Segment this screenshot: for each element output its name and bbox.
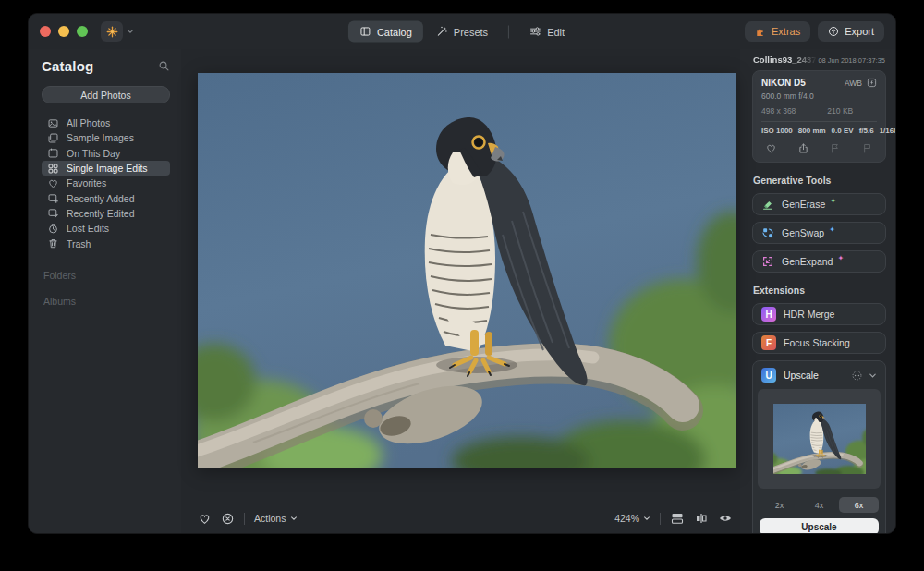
sidebar-section-folders[interactable]: Folders xyxy=(42,270,170,281)
collapse-chevron-icon[interactable] xyxy=(869,371,877,380)
sidebar-item-label: All Photos xyxy=(67,117,110,128)
compare-view-icon[interactable] xyxy=(694,511,709,526)
upscale-factor-segmented-control: 2x 4x 6x xyxy=(760,497,879,513)
canvas-toolbar: Actions 424% xyxy=(198,510,733,527)
upscale-6x-option[interactable]: 6x xyxy=(839,497,879,513)
focal-length-value: 800 mm xyxy=(798,127,826,135)
sidebar-item-recently-edited[interactable]: Recently Edited xyxy=(42,206,170,221)
toolbar-divider xyxy=(244,513,245,525)
falcon-thumbnail-image xyxy=(773,404,866,474)
falcon-photo[interactable] xyxy=(198,73,736,468)
reject-icon[interactable] xyxy=(221,512,235,526)
extras-button[interactable]: Extras xyxy=(745,21,810,42)
sidebar-item-label: Favorites xyxy=(67,177,106,188)
upscale-header[interactable]: U Upscale xyxy=(758,365,881,385)
eye-preview-icon[interactable] xyxy=(718,511,733,526)
sidebar-item-label: Sample Images xyxy=(67,132,134,143)
tab-catalog-label: Catalog xyxy=(377,26,412,37)
export-button[interactable]: Export xyxy=(818,21,884,42)
genexpand-button[interactable]: GenExpand✦ xyxy=(752,250,886,273)
albums-label: Albums xyxy=(43,296,76,307)
sidebar-item-label: Recently Added xyxy=(67,193,135,204)
photo-stack-icon xyxy=(47,132,59,144)
swap-icon xyxy=(761,226,774,239)
search-icon[interactable] xyxy=(158,60,170,72)
expand-icon xyxy=(761,255,774,268)
traffic-lights xyxy=(40,26,88,37)
mode-tabs: Catalog Presets xyxy=(348,21,576,43)
sidebar-item-all-photos[interactable]: All Photos xyxy=(42,115,170,130)
upscale-apply-button[interactable]: Upscale xyxy=(760,518,879,533)
tab-presets[interactable]: Presets xyxy=(425,21,499,43)
chevron-down-icon xyxy=(643,515,650,522)
logo-menu-chevron[interactable] xyxy=(127,28,134,35)
flag-outline-icon[interactable] xyxy=(861,142,873,154)
sidebar-item-favorites[interactable]: Favorites xyxy=(42,176,170,190)
sidebar-item-lost-edits[interactable]: Lost Edits xyxy=(42,221,170,236)
extensions-title: Extensions xyxy=(753,285,885,296)
favorite-heart-icon[interactable] xyxy=(198,512,212,526)
upscale-preview-thumbnail[interactable] xyxy=(773,404,866,474)
sidebar-item-sample-images[interactable]: Sample Images xyxy=(42,130,170,145)
sidebar-item-trash[interactable]: Trash xyxy=(42,236,170,250)
sliders-icon xyxy=(529,26,541,38)
generase-label: GenErase xyxy=(782,199,825,210)
metadata-actions xyxy=(761,135,877,156)
genswap-label: GenSwap xyxy=(782,227,824,238)
close-window-button[interactable] xyxy=(40,26,51,37)
upscale-label: Upscale xyxy=(784,370,819,381)
sidebar-item-on-this-day[interactable]: On This Day xyxy=(42,146,170,161)
exif-row: ISO 1000 800 mm 0.0 EV f/5.6 1/1600 xyxy=(761,127,877,135)
catalog-icon xyxy=(359,26,371,38)
upscale-2x-option[interactable]: 2x xyxy=(760,497,799,513)
folders-label: Folders xyxy=(43,270,76,281)
titlebar: Catalog Presets xyxy=(29,14,895,49)
zoom-window-button[interactable] xyxy=(77,26,88,37)
focus-stacking-button[interactable]: F Focus Stacking xyxy=(752,332,886,354)
hdr-merge-icon: H xyxy=(761,307,776,322)
file-datetime: 08 Jun 2018 07:37:35 xyxy=(818,56,885,65)
sidebar-item-label: On This Day xyxy=(67,148,120,159)
content-area: Catalog Add Photos All Photos xyxy=(29,49,895,533)
share-icon[interactable] xyxy=(797,142,809,154)
minimize-window-button[interactable] xyxy=(58,26,69,37)
more-options-icon[interactable] xyxy=(851,370,863,382)
zoom-level-dropdown[interactable]: 424% xyxy=(614,513,650,524)
export-label: Export xyxy=(845,26,874,37)
upscale-4x-option[interactable]: 4x xyxy=(799,497,839,513)
lens-info: 600.0 mm f/4.0 xyxy=(761,91,877,101)
sidebar-item-recently-added[interactable]: Recently Added xyxy=(42,190,170,205)
exposure-comp-value: 0.0 EV xyxy=(832,127,854,135)
sidebar-item-label: Lost Edits xyxy=(67,223,109,234)
file-name: Collins93_2437 xyxy=(753,55,817,65)
zoom-level-value: 424% xyxy=(614,513,639,524)
image-canvas: Actions 424% xyxy=(181,49,740,533)
add-photos-button[interactable]: Add Photos xyxy=(42,86,170,103)
tab-presets-label: Presets xyxy=(454,26,488,37)
chevron-down-icon xyxy=(127,28,134,35)
favorite-heart-icon[interactable] xyxy=(765,142,777,154)
genswap-button[interactable]: GenSwap✦ xyxy=(752,222,886,244)
file-info-row: Collins93_2437 08 Jun 2018 07:37:35 xyxy=(753,55,885,65)
sidebar-item-single-image-edits[interactable]: Single Image Edits xyxy=(42,161,170,176)
actions-dropdown[interactable]: Actions xyxy=(254,513,298,524)
filmstrip-view-icon[interactable] xyxy=(670,511,685,526)
tab-edit[interactable]: Edit xyxy=(518,21,576,43)
shutter-value: 1/1600 xyxy=(880,127,895,135)
generase-button[interactable]: GenErase✦ xyxy=(752,193,886,215)
eraser-icon xyxy=(761,198,774,211)
flag-icon[interactable] xyxy=(829,142,841,154)
trash-icon xyxy=(47,237,59,249)
sidebar-section-albums[interactable]: Albums xyxy=(42,296,170,307)
app-logo-button[interactable] xyxy=(101,21,123,42)
export-icon xyxy=(828,26,839,37)
app-window: Catalog Presets xyxy=(28,13,896,534)
genexpand-label: GenExpand xyxy=(782,256,833,267)
focus-stacking-label: Focus Stacking xyxy=(784,337,850,348)
white-balance-value: AWB xyxy=(845,79,862,88)
photo-icon xyxy=(47,117,59,129)
tab-catalog[interactable]: Catalog xyxy=(348,21,423,43)
tab-divider xyxy=(508,25,509,38)
heart-icon xyxy=(47,177,59,189)
hdr-merge-button[interactable]: H HDR Merge xyxy=(752,303,886,325)
